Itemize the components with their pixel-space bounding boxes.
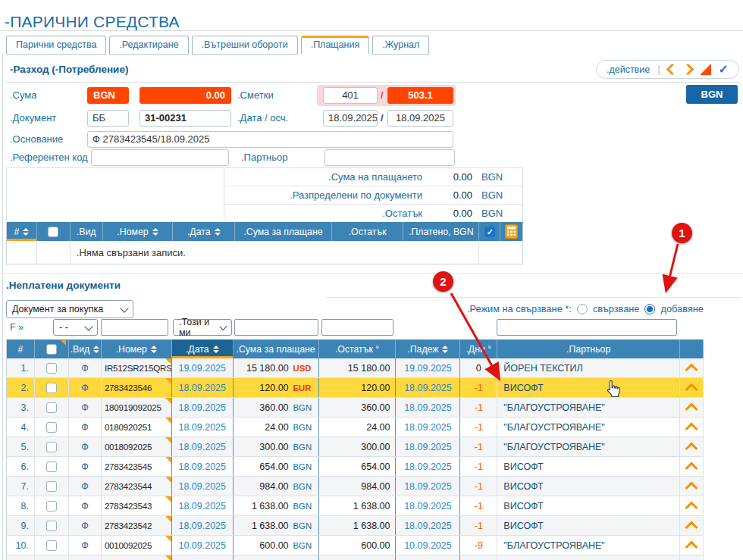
link-row-button[interactable] (680, 477, 704, 496)
tab-jurnal[interactable]: .Журнал (372, 36, 429, 55)
col-number-sign[interactable]: # (7, 222, 37, 241)
doc-number-cell[interactable]: 2783423546 (102, 378, 172, 397)
filter-ostatak-input[interactable] (321, 319, 393, 336)
filter-nomer-input[interactable] (101, 319, 168, 336)
col-vid[interactable]: .Вид (69, 339, 102, 358)
row-checkbox[interactable] (46, 402, 57, 413)
row-checkbox[interactable] (46, 363, 57, 374)
row-checkbox-cell[interactable] (35, 378, 69, 397)
col-suma[interactable]: .Сума за плащане (234, 339, 319, 358)
row-checkbox-cell[interactable] (35, 437, 69, 456)
sort-icon[interactable] (151, 346, 157, 353)
calculator-icon[interactable] (505, 224, 518, 239)
radio-dobavyane-label[interactable]: добавяне (660, 303, 704, 314)
doc-number-cell[interactable]: 2783423544 (102, 477, 172, 496)
row-checkbox-cell[interactable] (35, 496, 69, 515)
row-checkbox-cell[interactable] (35, 536, 69, 555)
doc-number-cell[interactable]: 0180920251 (102, 418, 172, 436)
col-check[interactable] (479, 222, 500, 241)
link-row-button[interactable] (680, 496, 704, 515)
row-checkbox[interactable] (46, 540, 57, 551)
doc-number-cell[interactable]: IR512SR215QRS102 (102, 358, 172, 377)
radio-svarzvane[interactable] (577, 304, 588, 314)
filter-label[interactable]: F » (10, 319, 24, 336)
select-all-checkbox[interactable] (46, 344, 57, 355)
tab-parichni-sredstva[interactable]: Парични средства (6, 36, 106, 55)
table-row[interactable]: 1. Ф IR512SR215QRS102 19.09.2025 15 180.… (6, 358, 704, 378)
col-data[interactable]: .Дата (172, 339, 234, 358)
partnior-field[interactable] (324, 149, 455, 166)
sort-icon[interactable] (213, 346, 219, 353)
radio-dobavyane[interactable] (644, 304, 655, 314)
filter-suma-input[interactable] (234, 319, 318, 336)
table-row[interactable]: 5. Ф 0018092025 18.09.2025 300.00BGN 300… (6, 437, 704, 457)
table-row[interactable]: 7. Ф 2783423544 18.09.2025 984.00BGN 984… (6, 477, 704, 496)
tab-plashtania[interactable]: .Плащания (301, 36, 370, 55)
row-checkbox-cell[interactable] (35, 477, 69, 496)
link-row-button[interactable] (680, 536, 704, 555)
col-checkbox[interactable] (37, 222, 71, 241)
col-partnior[interactable]: .Партньор (497, 339, 680, 358)
row-checkbox[interactable] (46, 481, 57, 492)
link-row-button[interactable] (680, 418, 704, 436)
table-row[interactable]: 11. Ф 0000456345 05.09.2025 54.50BGN 54.… (6, 555, 704, 560)
doc-number-cell[interactable]: 180919092025 (102, 398, 172, 417)
row-checkbox[interactable] (46, 442, 57, 452)
row-checkbox-cell[interactable] (35, 358, 69, 377)
table-row[interactable]: 10. Ф 0010092025 10.09.2025 600.00BGN 60… (6, 536, 704, 555)
col-checkbox[interactable] (35, 339, 69, 358)
col-padej[interactable]: .Падеж (396, 339, 460, 358)
doc-number-cell[interactable]: 0000456345 (102, 555, 172, 560)
col-plateno[interactable]: .Платено, BGN (403, 222, 479, 241)
data1-field[interactable]: 18.09.2025 (323, 110, 378, 127)
filter-vid-select[interactable]: - - (53, 319, 98, 336)
link-row-button[interactable] (680, 457, 704, 476)
osnovanie-field[interactable]: Ф 2783423545/18.09.2025 (87, 131, 453, 148)
col-number-sign[interactable]: # (7, 339, 35, 358)
col-calc[interactable] (500, 222, 522, 241)
table-row[interactable]: 9. Ф 2783423542 18.09.2025 1 638.00BGN 1… (6, 516, 704, 536)
tab-redaktirane[interactable]: .Редактиране (109, 36, 188, 55)
filter-data-select[interactable]: .Този и ми (173, 319, 232, 336)
col-data[interactable]: .Дата (173, 222, 235, 241)
smetka2-field[interactable]: 503.1 (387, 87, 453, 104)
confirm-check-icon[interactable]: ✓ (719, 64, 729, 76)
bgn-button[interactable]: BGN (686, 85, 738, 104)
filter-partnior-input[interactable] (497, 319, 677, 336)
col-nomer[interactable]: .Номер (102, 339, 172, 358)
sort-icon[interactable] (93, 346, 99, 353)
suma-value-field[interactable]: 0.00 (140, 87, 231, 104)
link-row-button[interactable] (680, 555, 704, 560)
dokument-number-field[interactable]: 31-00231 (140, 110, 231, 127)
doc-type-select[interactable]: Документ за покупка (6, 300, 133, 318)
col-nomer[interactable]: .Номер (103, 222, 174, 241)
doc-number-cell[interactable]: 2783423542 (102, 516, 172, 535)
row-checkbox-cell[interactable] (35, 398, 69, 417)
data2-field[interactable]: 18.09.2025 (387, 110, 453, 127)
row-checkbox[interactable] (46, 383, 57, 393)
sort-icon[interactable] (215, 228, 221, 236)
table-row[interactable]: 4. Ф 0180920251 18.09.2025 24.00BGN 24.0… (6, 418, 704, 437)
col-vid[interactable]: .Вид (71, 222, 103, 241)
smetka1-field[interactable]: 401 (323, 87, 378, 104)
link-row-button[interactable] (680, 437, 704, 456)
doc-number-cell[interactable]: 0018092025 (102, 437, 172, 456)
referenten-field[interactable] (91, 149, 229, 166)
col-dni[interactable]: .Дни ° (460, 339, 497, 358)
row-checkbox[interactable] (46, 461, 57, 472)
row-checkbox-cell[interactable] (35, 555, 69, 560)
prev-icon[interactable] (666, 64, 678, 76)
doc-number-cell[interactable]: 2783423545 (102, 457, 172, 476)
row-checkbox-cell[interactable] (35, 418, 69, 436)
table-row[interactable]: 8. Ф 2783423543 18.09.2025 1 638.00BGN 1… (6, 496, 704, 516)
checked-checkbox[interactable] (484, 227, 495, 237)
tab-vatreshni-oboroti[interactable]: .Вътрешни обороти (192, 36, 298, 55)
link-row-button[interactable] (680, 378, 704, 397)
table-row[interactable]: 3. Ф 180919092025 18.09.2025 360.00BGN 3… (6, 398, 704, 418)
link-row-button[interactable] (680, 516, 704, 535)
row-checkbox-cell[interactable] (35, 457, 69, 476)
corner-triangle-icon[interactable] (700, 64, 711, 75)
next-icon[interactable] (682, 64, 694, 76)
radio-svarzvane-label[interactable]: свързване (593, 303, 640, 314)
doc-number-cell[interactable]: 0010092025 (102, 536, 172, 555)
